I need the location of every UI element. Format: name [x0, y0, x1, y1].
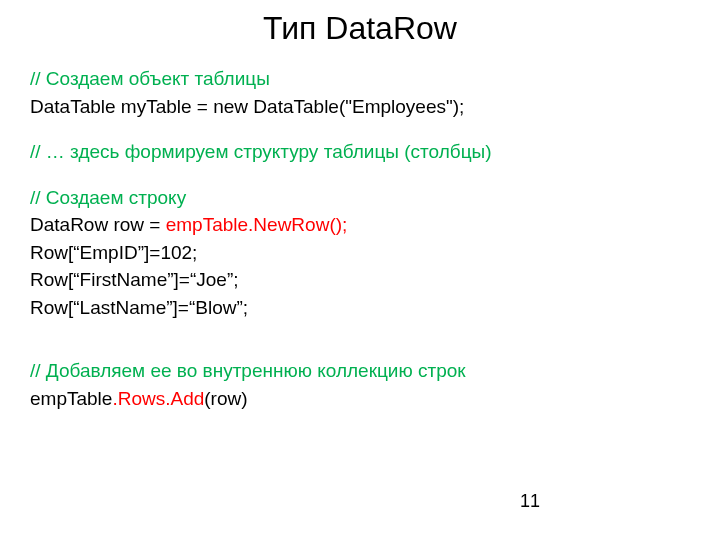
code-text: DataRow row =: [30, 214, 166, 235]
code-text-red: .Rows.Add: [112, 388, 204, 409]
code-comment: // Создаем объект таблицы: [30, 65, 690, 93]
slide-title: Тип DataRow: [30, 10, 690, 47]
code-line: DataRow row = empTable.NewRow();: [30, 211, 690, 239]
spacer: [30, 321, 690, 339]
code-line: empTable.Rows.Add(row): [30, 385, 690, 413]
code-line: Row[“EmpID”]=102;: [30, 239, 690, 267]
code-line: Row[“FirstName”]=“Joe”;: [30, 266, 690, 294]
code-line: DataTable myTable = new DataTable("Emplo…: [30, 93, 690, 121]
code-text: empTable: [30, 388, 112, 409]
page-number: 11: [520, 491, 540, 512]
code-line: Row[“LastName”]=“Blow”;: [30, 294, 690, 322]
code-text: (row): [204, 388, 247, 409]
code-text-red: empTable.NewRow();: [166, 214, 348, 235]
code-comment: // Добавляем ее во внутреннюю коллекцию …: [30, 357, 690, 385]
spacer: [30, 166, 690, 184]
slide: Тип DataRow // Создаем объект таблицы Da…: [0, 0, 720, 540]
spacer: [30, 339, 690, 357]
code-comment: // Создаем строку: [30, 184, 690, 212]
spacer: [30, 120, 690, 138]
code-comment: // … здесь формируем структуру таблицы (…: [30, 138, 690, 166]
